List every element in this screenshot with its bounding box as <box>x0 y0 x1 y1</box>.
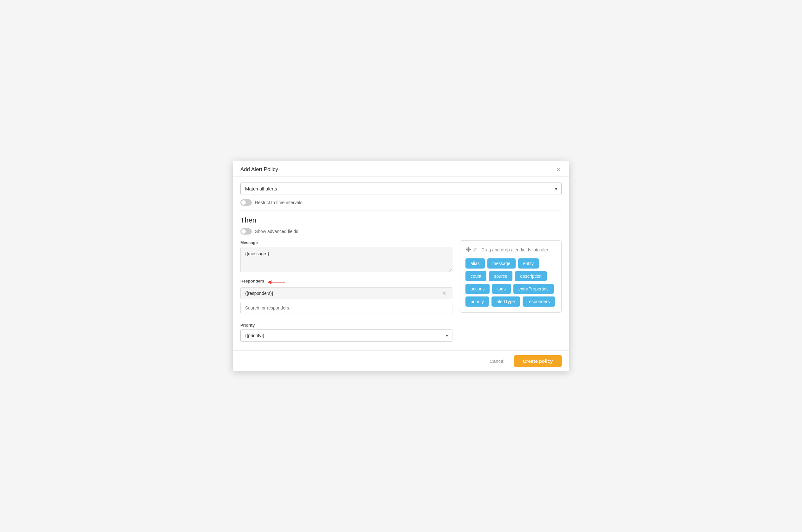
drag-panel-header: ✥☞ Drag and drop alert fields into alert <box>465 246 556 253</box>
tag-chip-actions[interactable]: actions <box>465 284 489 294</box>
modal-body: Match all alerts ▾ Restrict to time inte… <box>233 177 569 350</box>
responders-search-input[interactable] <box>240 302 452 314</box>
tag-chip-responders[interactable]: responders <box>523 297 555 307</box>
close-button[interactable]: × <box>555 166 562 173</box>
responders-label-row: Responders <box>240 279 452 285</box>
tag-chip-entity[interactable]: entity <box>518 259 539 268</box>
modal-footer: Cancel Create policy <box>233 350 569 372</box>
restrict-toggle[interactable] <box>240 200 252 206</box>
cancel-button[interactable]: Cancel <box>484 356 510 366</box>
tag-chip-extraProperties[interactable]: extraProperties <box>514 284 554 294</box>
responders-label: Responders <box>240 279 264 283</box>
message-textarea[interactable]: {{message}} <box>240 247 452 272</box>
match-select[interactable]: Match all alerts <box>240 183 562 195</box>
tag-chip-count[interactable]: count <box>465 271 486 281</box>
tag-chip-tags[interactable]: tags <box>492 284 510 294</box>
responders-value: {{responders}} <box>245 291 441 296</box>
message-label: Message <box>240 240 452 245</box>
main-content: Message {{message}} Responders <box>240 240 562 350</box>
priority-select[interactable]: {{priority}} <box>240 329 452 342</box>
create-policy-button[interactable]: Create policy <box>514 355 562 367</box>
match-select-wrapper: Match all alerts ▾ <box>240 183 562 195</box>
drag-panel: ✥☞ Drag and drop alert fields into alert… <box>460 240 562 313</box>
responders-arrow-icon <box>267 279 286 285</box>
advanced-toggle-row: Show advanced fields <box>240 228 562 234</box>
tag-chip-description[interactable]: description <box>515 271 547 281</box>
restrict-toggle-label: Restrict to time intervals <box>255 200 302 205</box>
priority-section: Priority {{priority}} ▾ <box>240 323 452 342</box>
advanced-fields-label: Show advanced fields <box>255 229 298 234</box>
add-alert-policy-modal: Add Alert Policy × Match all alerts ▾ Re… <box>233 160 569 372</box>
responders-input-row: {{responders}} ✕ <box>240 287 452 299</box>
then-heading: Then <box>240 216 562 224</box>
drag-panel-text: Drag and drop alert fields into alert <box>481 247 549 252</box>
tag-chip-source[interactable]: source <box>489 271 512 281</box>
tag-chip-priority[interactable]: priority <box>465 297 489 307</box>
modal-header: Add Alert Policy × <box>233 160 569 177</box>
tag-chip-alertType[interactable]: alertType <box>491 297 520 307</box>
tag-chip-message[interactable]: message <box>487 259 516 268</box>
advanced-fields-toggle[interactable] <box>240 228 252 234</box>
form-section: Message {{message}} Responders <box>240 240 452 344</box>
modal-title: Add Alert Policy <box>240 166 278 173</box>
restrict-toggle-row: Restrict to time intervals <box>240 200 562 206</box>
top-section: Match all alerts ▾ Restrict to time inte… <box>240 177 562 210</box>
priority-select-wrapper: {{priority}} ▾ <box>240 329 452 342</box>
tags-grid: aliasmessageentitycountsourcedescription… <box>465 259 556 307</box>
tag-chip-alias[interactable]: alias <box>465 259 485 268</box>
then-section: Then Show advanced fields Message {{mess… <box>240 210 562 350</box>
clear-responders-button[interactable]: ✕ <box>441 291 448 296</box>
drag-drop-icon: ✥☞ <box>465 246 478 253</box>
priority-label: Priority <box>240 323 452 327</box>
responders-section: Responders <box>240 279 452 318</box>
